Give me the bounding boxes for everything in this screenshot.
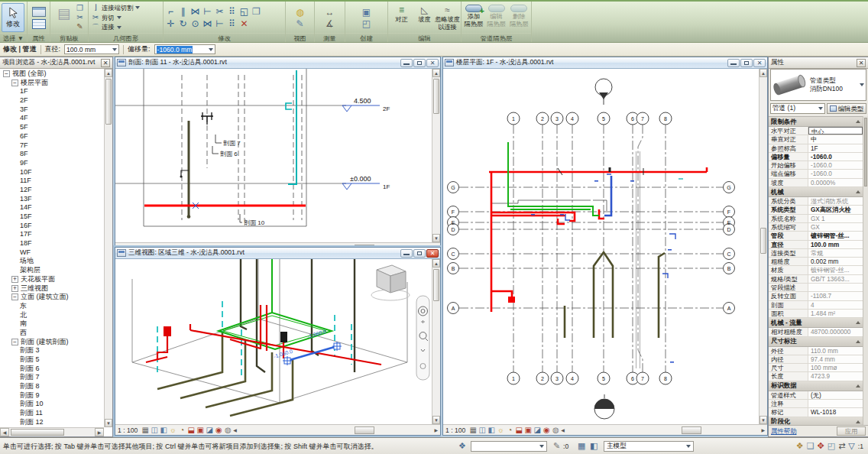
property-row[interactable]: 水平对正中心	[769, 127, 863, 135]
collapse-chevron-icon[interactable]	[856, 384, 860, 388]
property-row[interactable]: 材质镀锌钢管-丝...	[769, 266, 863, 274]
scroll-up-icon[interactable]: ▲	[432, 259, 440, 268]
editable-only-icon[interactable]: ✎	[553, 441, 560, 451]
minimize-icon[interactable]	[727, 59, 740, 67]
property-row[interactable]: 规格/类型GB/T 13663...	[769, 275, 863, 284]
view-cube[interactable]	[371, 265, 410, 300]
scale-icon[interactable]: ▦	[141, 426, 150, 435]
project-browser-hscrollbar[interactable]: ◀ ▶	[0, 427, 104, 436]
cyan-pipe[interactable]	[288, 70, 296, 184]
property-row[interactable]: 剖面4	[769, 301, 863, 310]
view-scale[interactable]: 1 : 100	[445, 426, 465, 434]
create-assembly-icon[interactable]: ◰	[361, 18, 372, 29]
tree-item[interactable]: 4F	[0, 114, 104, 123]
north-arrow-bottom[interactable]	[594, 394, 614, 419]
measure-icon[interactable]: ↔	[324, 7, 335, 18]
offset-combo[interactable]: -1060.0 mm	[154, 44, 215, 54]
edit-panel-label[interactable]: 编辑	[388, 33, 461, 42]
property-row[interactable]: 反转立面-1108.7	[769, 292, 863, 300]
property-row[interactable]: 长度4723.9	[769, 372, 863, 381]
property-row[interactable]: 标记WL-1018	[769, 408, 863, 417]
tree-item[interactable]: 场地	[0, 257, 104, 266]
add-insulation-button[interactable]: 添加 隔热层	[463, 3, 484, 32]
match-type-icon[interactable]: ✎	[76, 23, 85, 31]
apply-button[interactable]: 应用	[837, 426, 866, 436]
tree-item[interactable]: −立面 (建筑立面)	[0, 293, 104, 302]
property-group-header[interactable]: 尺寸标注	[769, 337, 863, 347]
lightbulb-icon[interactable]: ◍	[294, 7, 306, 18]
close-icon[interactable]: ✕	[857, 59, 866, 67]
tree-item[interactable]: 剖面 12	[0, 418, 104, 427]
scale-tool-icon[interactable]: ◱	[238, 6, 250, 17]
property-row[interactable]: 系统类型GX高区消火栓	[769, 206, 863, 214]
tree-item[interactable]: 西	[0, 329, 104, 338]
tree-item[interactable]: 6F	[0, 132, 104, 141]
property-row[interactable]: 管道样式(无)	[769, 391, 863, 400]
scroll-thumb[interactable]	[864, 118, 867, 186]
press-drag-icon[interactable]: ⇄	[838, 441, 845, 451]
crop-visibility-icon[interactable]: ▣	[196, 426, 205, 435]
property-row[interactable]: 系统名称GX 1	[769, 215, 863, 223]
select-panel-label[interactable]: 选择 ▼	[0, 33, 27, 42]
scroll-down-icon[interactable]: ▼	[432, 234, 440, 242]
instance-selector-combo[interactable]: 管道 (1)	[770, 103, 825, 114]
active-workset-icon[interactable]: ❖	[458, 441, 466, 451]
detail-level-icon[interactable]: ◫	[478, 426, 487, 435]
floor-plan-window-titlebar[interactable]: 楼层平面: 1F - 水-没洁具.0001.rvt	[443, 57, 767, 69]
collapse-chevron-icon[interactable]	[856, 420, 860, 423]
scroll-thumb[interactable]	[11, 429, 64, 436]
shadows-icon[interactable]: ◔	[177, 426, 186, 435]
tree-item[interactable]: 架构层	[0, 266, 104, 275]
selected-red-pipes[interactable]	[489, 167, 707, 312]
tree-item[interactable]: 16F	[0, 222, 104, 231]
delete-insulation-button[interactable]: 删除 隔热层	[508, 3, 530, 32]
edit-insulation-button[interactable]: 编辑 隔热层	[486, 3, 507, 32]
tree-item[interactable]: 剖面 6	[0, 365, 104, 374]
tree-item[interactable]: WF	[0, 248, 104, 258]
crop-visibility-icon[interactable]: ▣	[523, 426, 533, 435]
tree-item[interactable]: 12F	[0, 186, 104, 195]
tree-item[interactable]: −剖面 (建筑剖面)	[0, 338, 104, 347]
modify-tool-button[interactable]: 修改	[2, 3, 24, 32]
crop-view-icon[interactable]: ⬓	[186, 426, 196, 435]
property-row[interactable]: 注释	[769, 400, 863, 408]
sun-path-icon[interactable]: ☼	[496, 426, 505, 435]
tree-item[interactable]: 15F	[0, 212, 104, 222]
collapse-icon[interactable]: −	[11, 79, 18, 86]
scroll-down-icon[interactable]: ▼	[760, 416, 767, 424]
tree-item[interactable]: 剖面 5	[0, 355, 104, 365]
visual-style-icon[interactable]: ◧	[487, 426, 496, 435]
expand-icon[interactable]: +	[11, 276, 18, 283]
worksets-status-icon[interactable]: ✥	[818, 441, 824, 451]
tree-item[interactable]: 8F	[0, 150, 104, 159]
scroll-thumb[interactable]	[355, 426, 374, 434]
tree-item[interactable]: 剖面 9	[0, 391, 104, 400]
tree-item[interactable]: 3F	[0, 105, 104, 115]
offset-icon[interactable]: ∥	[177, 6, 189, 17]
cut-icon[interactable]: ✂	[76, 14, 85, 22]
red-fitting[interactable]	[508, 297, 515, 303]
close-icon[interactable]	[426, 59, 439, 67]
project-browser-titlebar[interactable]: 项目浏览器 - 水-没洁具.0001.rvt ✕	[0, 57, 112, 69]
geometry-panel-label[interactable]: 几何图形	[89, 33, 163, 42]
reveal-hidden-icon[interactable]: ◉	[542, 426, 551, 435]
tree-item[interactable]: 1F	[0, 87, 104, 96]
collapse-chevron-icon[interactable]	[856, 120, 860, 123]
editing-requests-icon[interactable]: ❑	[807, 441, 815, 451]
move-icon[interactable]: ✛	[165, 18, 177, 29]
rotate-icon[interactable]: ↻	[177, 18, 189, 29]
temporary-hide-icon[interactable]: ◪	[205, 426, 214, 435]
type-properties-icon[interactable]	[32, 19, 46, 29]
reveal-hidden-icon[interactable]: ◉	[214, 426, 223, 435]
tree-item[interactable]: 14F	[0, 203, 104, 212]
steering-wheel-icon[interactable]: ◍	[551, 426, 560, 435]
property-row[interactable]: 面积1.484 m²	[769, 310, 863, 318]
tree-item[interactable]: 剖面 10	[0, 400, 104, 409]
tree-item[interactable]: 南	[0, 319, 104, 329]
property-group-header[interactable]: 限制条件	[769, 117, 863, 127]
linework-icon[interactable]: ✎	[294, 18, 306, 29]
properties-panel-label[interactable]: 属性	[28, 33, 50, 42]
properties-titlebar[interactable]: 属性 ✕	[769, 57, 868, 69]
array-icon[interactable]: ⠿	[226, 6, 238, 17]
tree-item[interactable]: −视图 (全部)	[0, 70, 104, 79]
